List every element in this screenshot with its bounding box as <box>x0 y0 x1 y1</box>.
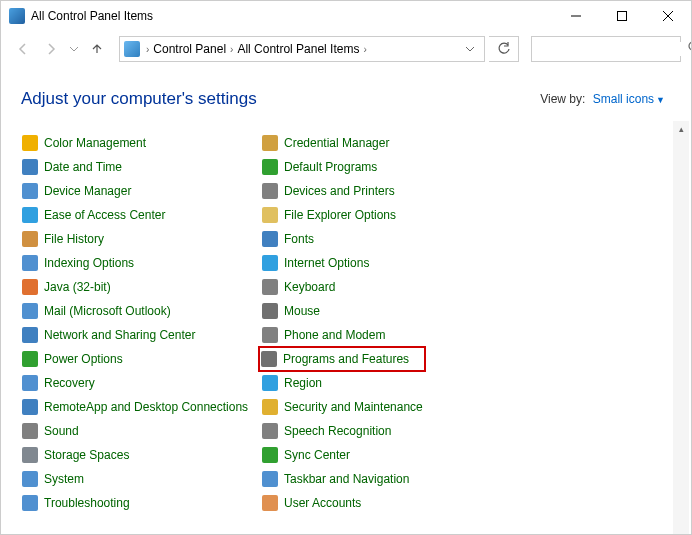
cpl-item-icon <box>262 327 278 343</box>
back-button[interactable] <box>11 37 35 61</box>
cpl-item[interactable]: Color Management <box>19 131 259 155</box>
cpl-item-label: Taskbar and Navigation <box>284 472 409 486</box>
viewby-label: View by: <box>540 92 585 106</box>
up-button[interactable] <box>85 37 109 61</box>
cpl-item-icon <box>262 183 278 199</box>
cpl-item-label: System <box>44 472 84 486</box>
cpl-item-label: Network and Sharing Center <box>44 328 195 342</box>
cpl-item[interactable]: Sound <box>19 419 259 443</box>
cpl-item[interactable]: Java (32-bit) <box>19 275 259 299</box>
cpl-item[interactable]: Recovery <box>19 371 259 395</box>
cpl-item-label: Troubleshooting <box>44 496 130 510</box>
cpl-item-icon <box>262 303 278 319</box>
cpl-item-icon <box>22 399 38 415</box>
cpl-item-label: Color Management <box>44 136 146 150</box>
cpl-item-icon <box>22 423 38 439</box>
refresh-button[interactable] <box>489 36 519 62</box>
cpl-item[interactable]: Credential Manager <box>259 131 499 155</box>
history-dropdown[interactable] <box>67 47 81 52</box>
search-icon[interactable] <box>688 41 692 57</box>
breadcrumb-segment[interactable]: Control Panel <box>151 42 228 56</box>
viewby-dropdown[interactable]: Small icons▼ <box>593 92 665 106</box>
cpl-item-label: Default Programs <box>284 160 377 174</box>
cpl-item-icon <box>261 351 277 367</box>
cpl-item-label: Java (32-bit) <box>44 280 111 294</box>
cpl-item[interactable]: Keyboard <box>259 275 499 299</box>
cpl-item[interactable]: Devices and Printers <box>259 179 499 203</box>
chevron-right-icon: › <box>230 44 233 55</box>
view-by: View by: Small icons▼ <box>540 92 665 106</box>
window-title: All Control Panel Items <box>31 9 553 23</box>
search-box[interactable] <box>531 36 681 62</box>
cpl-item-icon <box>262 255 278 271</box>
cpl-item-label: Recovery <box>44 376 95 390</box>
cpl-item-icon <box>22 279 38 295</box>
search-input[interactable] <box>538 42 688 56</box>
cpl-item-icon <box>262 279 278 295</box>
cpl-item-label: Phone and Modem <box>284 328 385 342</box>
scrollbar[interactable]: ▴ <box>673 121 689 534</box>
cpl-item-icon <box>22 231 38 247</box>
cpl-item-label: Credential Manager <box>284 136 389 150</box>
cpl-item[interactable]: Indexing Options <box>19 251 259 275</box>
cpl-item[interactable]: Device Manager <box>19 179 259 203</box>
cpl-item-icon <box>22 351 38 367</box>
svg-rect-1 <box>618 12 627 21</box>
cpl-item[interactable]: File History <box>19 227 259 251</box>
forward-button[interactable] <box>39 37 63 61</box>
breadcrumb-segment[interactable]: All Control Panel Items <box>235 42 361 56</box>
cpl-item[interactable]: System <box>19 467 259 491</box>
cpl-item[interactable]: Taskbar and Navigation <box>259 467 499 491</box>
scroll-up-icon[interactable]: ▴ <box>673 121 689 137</box>
cpl-item-icon <box>22 255 38 271</box>
cpl-item[interactable]: Speech Recognition <box>259 419 499 443</box>
control-panel-icon <box>9 8 25 24</box>
cpl-item[interactable]: Sync Center <box>259 443 499 467</box>
cpl-item-icon <box>262 495 278 511</box>
cpl-item-label: Mail (Microsoft Outlook) <box>44 304 171 318</box>
cpl-item-icon <box>22 303 38 319</box>
cpl-item[interactable]: Power Options <box>19 347 259 371</box>
cpl-item[interactable]: Network and Sharing Center <box>19 323 259 347</box>
cpl-item-icon <box>262 423 278 439</box>
cpl-item[interactable]: Mail (Microsoft Outlook) <box>19 299 259 323</box>
cpl-item-label: Indexing Options <box>44 256 134 270</box>
cpl-item-icon <box>22 207 38 223</box>
cpl-item-label: Ease of Access Center <box>44 208 165 222</box>
cpl-item[interactable]: Mouse <box>259 299 499 323</box>
cpl-item[interactable]: Fonts <box>259 227 499 251</box>
cpl-item-label: Devices and Printers <box>284 184 395 198</box>
cpl-item-label: Security and Maintenance <box>284 400 423 414</box>
cpl-item-icon <box>22 375 38 391</box>
address-bar[interactable]: › Control Panel › All Control Panel Item… <box>119 36 485 62</box>
cpl-item[interactable]: File Explorer Options <box>259 203 499 227</box>
items-container: Color ManagementCredential ManagerDate a… <box>1 121 691 534</box>
cpl-item-label: Device Manager <box>44 184 131 198</box>
cpl-item-label: Keyboard <box>284 280 335 294</box>
cpl-item-icon <box>262 471 278 487</box>
cpl-item-icon <box>262 399 278 415</box>
cpl-item[interactable]: Ease of Access Center <box>19 203 259 227</box>
minimize-button[interactable] <box>553 1 599 31</box>
cpl-item[interactable]: RemoteApp and Desktop Connections <box>19 395 259 419</box>
cpl-item[interactable]: Date and Time <box>19 155 259 179</box>
cpl-item[interactable]: Security and Maintenance <box>259 395 499 419</box>
cpl-item-label: Mouse <box>284 304 320 318</box>
cpl-item-icon <box>262 231 278 247</box>
cpl-item[interactable]: Default Programs <box>259 155 499 179</box>
cpl-item[interactable]: Internet Options <box>259 251 499 275</box>
address-dropdown[interactable] <box>460 47 480 52</box>
cpl-item[interactable]: Region <box>259 371 499 395</box>
cpl-item[interactable]: Storage Spaces <box>19 443 259 467</box>
maximize-button[interactable] <box>599 1 645 31</box>
cpl-item[interactable]: Phone and Modem <box>259 323 499 347</box>
cpl-item-label: Date and Time <box>44 160 122 174</box>
cpl-item[interactable]: User Accounts <box>259 491 499 515</box>
cpl-item[interactable]: Programs and Features <box>258 346 426 372</box>
cpl-item-icon <box>22 327 38 343</box>
page-title: Adjust your computer's settings <box>21 89 257 109</box>
close-button[interactable] <box>645 1 691 31</box>
cpl-item[interactable]: Troubleshooting <box>19 491 259 515</box>
content-header: Adjust your computer's settings View by:… <box>1 67 691 121</box>
cpl-item-icon <box>262 375 278 391</box>
